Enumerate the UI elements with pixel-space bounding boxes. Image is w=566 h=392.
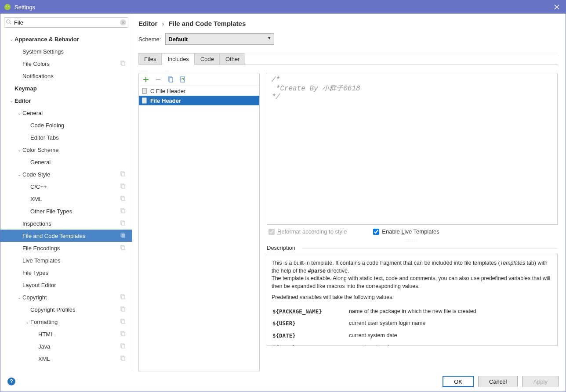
- tree-item[interactable]: ⌄Color Scheme: [0, 144, 132, 156]
- svg-rect-5: [122, 62, 125, 65]
- tree-item-label: Copyright Profiles: [30, 306, 120, 313]
- svg-rect-29: [122, 345, 125, 348]
- template-item[interactable]: File Header: [139, 96, 259, 105]
- project-scope-icon: [120, 196, 128, 202]
- tree-item[interactable]: File Types: [0, 266, 132, 279]
- scheme-label: Scheme:: [138, 36, 161, 43]
- app-icon: [4, 4, 11, 11]
- svg-rect-23: [122, 308, 125, 311]
- tab-includes[interactable]: Includes: [162, 53, 194, 65]
- live-templates-checkbox[interactable]: Enable Live Templates: [373, 228, 439, 235]
- tree-item[interactable]: ⌄Copyright: [0, 291, 132, 303]
- svg-rect-27: [122, 332, 125, 336]
- tree-item[interactable]: ⌄Code Style: [0, 168, 132, 180]
- tree-item-label: Layout Editor: [22, 282, 128, 288]
- settings-tree[interactable]: ⌄Appearance & BehaviorSystem SettingsFil…: [0, 31, 132, 371]
- tree-item-label: HTML: [38, 331, 120, 338]
- tab-files[interactable]: Files: [138, 53, 162, 65]
- remove-button[interactable]: [155, 76, 162, 83]
- variable-name: ${PACKAGE_NAME}: [272, 306, 348, 317]
- tree-item-label: Keymap: [15, 85, 128, 92]
- help-button[interactable]: ?: [7, 378, 15, 385]
- code-editor[interactable]: /* *Create By 小群子0618 */: [267, 73, 558, 225]
- tree-item-label: Editor: [15, 97, 128, 104]
- project-scope-icon: [120, 356, 128, 362]
- tree-item-label: Inspections: [22, 220, 120, 227]
- tree-item-label: Editor Tabs: [30, 134, 128, 141]
- description-section: Description This is a built-in template.…: [267, 245, 558, 346]
- tree-item[interactable]: XML: [0, 193, 132, 205]
- template-list[interactable]: C File HeaderFile Header: [139, 86, 259, 371]
- variable-name: ${USER}: [272, 318, 348, 329]
- tree-item[interactable]: System Settings: [0, 45, 132, 58]
- resize-handle[interactable]: ::::::: [267, 238, 558, 243]
- close-button[interactable]: [548, 0, 566, 14]
- add-button[interactable]: [142, 76, 149, 83]
- project-scope-icon: [120, 245, 128, 252]
- tree-item-label: Code Style: [22, 171, 120, 178]
- tree-item[interactable]: General: [0, 156, 132, 168]
- variable-desc: current user system login name: [349, 318, 552, 329]
- svg-rect-15: [122, 222, 125, 225]
- project-scope-icon: [120, 343, 128, 350]
- tree-item[interactable]: Keymap: [0, 82, 132, 94]
- cancel-button[interactable]: Cancel: [478, 376, 518, 387]
- reformat-checkbox-input: [268, 229, 275, 235]
- tree-item-label: XML: [38, 356, 120, 362]
- svg-rect-21: [122, 295, 125, 299]
- tree-item-label: File Encodings: [22, 245, 120, 252]
- tab-code[interactable]: Code: [195, 53, 220, 65]
- project-scope-icon: [120, 183, 128, 190]
- tree-item[interactable]: ⌄General: [0, 107, 132, 119]
- tab-other[interactable]: Other: [220, 53, 246, 65]
- tree-item[interactable]: ⌄Editor: [0, 94, 132, 107]
- tree-item[interactable]: Inspections: [0, 217, 132, 230]
- tree-item[interactable]: Code Folding: [0, 119, 132, 131]
- tree-item[interactable]: ⌄Appearance & Behavior: [0, 33, 132, 45]
- variable-row: ${TIME}current system time: [272, 342, 552, 346]
- svg-rect-35: [142, 88, 146, 94]
- svg-rect-17: [122, 234, 125, 237]
- apply-button[interactable]: Apply: [522, 376, 559, 387]
- template-label: File Header: [150, 97, 181, 104]
- variable-row: ${USER}current user system login name: [272, 318, 552, 329]
- scheme-select[interactable]: Default: [165, 33, 274, 45]
- tree-item-label: XML: [30, 196, 120, 202]
- tree-item[interactable]: Live Templates: [0, 254, 132, 266]
- editor-panel: /* *Create By 小群子0618 */ Reformat accord…: [267, 73, 558, 371]
- copy-template-button[interactable]: [167, 76, 174, 83]
- chevron-icon: ⌄: [8, 98, 15, 103]
- tree-item-label: Live Templates: [22, 257, 128, 264]
- tree-item[interactable]: Layout Editor: [0, 279, 132, 291]
- tree-item[interactable]: File and Code Templates: [0, 230, 132, 242]
- tree-item[interactable]: Editor Tabs: [0, 131, 132, 144]
- refresh-button[interactable]: [179, 76, 186, 83]
- tree-item[interactable]: XML: [0, 352, 132, 365]
- tree-item[interactable]: Other File Types: [0, 205, 132, 217]
- breadcrumb-part: File and Code Templates: [169, 20, 246, 27]
- search-clear-button[interactable]: ✕: [120, 19, 126, 25]
- tree-item[interactable]: Copyright Profiles: [0, 303, 132, 316]
- template-item[interactable]: C File Header: [139, 86, 259, 96]
- project-scope-icon: [120, 61, 128, 67]
- tree-item[interactable]: File Encodings: [0, 242, 132, 254]
- live-templates-checkbox-input[interactable]: [373, 229, 379, 235]
- tree-item[interactable]: ⌄Formatting: [0, 316, 132, 328]
- reformat-checkbox: Reformat according to style: [268, 228, 347, 235]
- description-box[interactable]: This is a built-in template. It contains…: [267, 254, 558, 346]
- project-scope-icon: [120, 306, 128, 313]
- variable-desc: current system date: [349, 330, 552, 342]
- svg-point-0: [4, 4, 11, 10]
- main-panel: Editor › File and Code Templates Scheme:…: [132, 14, 566, 371]
- project-scope-icon: [120, 220, 128, 227]
- search-input[interactable]: [4, 17, 128, 28]
- tree-item-label: General: [22, 110, 128, 116]
- tree-item[interactable]: C/C++: [0, 180, 132, 193]
- ok-button[interactable]: OK: [443, 376, 474, 387]
- tree-item[interactable]: File Colors: [0, 58, 132, 70]
- template-toolbar: [139, 73, 259, 86]
- variables-table: ${PACKAGE_NAME}name of the package in wh…: [272, 305, 553, 346]
- tree-item[interactable]: Notifications: [0, 70, 132, 82]
- tree-item[interactable]: Java: [0, 340, 132, 352]
- tree-item[interactable]: HTML: [0, 328, 132, 340]
